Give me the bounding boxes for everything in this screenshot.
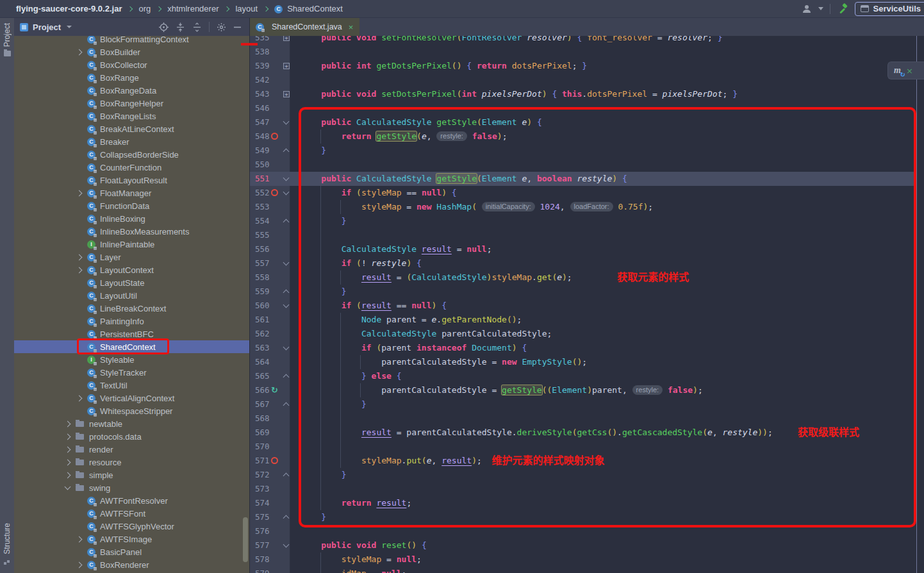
breakpoint-icon[interactable] [271, 457, 278, 464]
code-line-566[interactable]: 566↻ parentCalculatedStyle = getStyle((E… [250, 383, 924, 397]
user-profile-icon[interactable] [802, 4, 812, 14]
editor-content[interactable]: 535 public void setFontResolver(FontReso… [250, 36, 924, 573]
tree-chevron-right-icon[interactable] [65, 420, 71, 427]
maven-dismiss-icon[interactable]: × [906, 67, 913, 75]
project-panel-title[interactable]: Project [33, 22, 61, 32]
tool-window-button-project[interactable]: Project [0, 23, 14, 56]
tree-item-LayoutContext[interactable]: CLayoutContext [14, 263, 249, 276]
tree-item-BoxCollector[interactable]: CBoxCollector [14, 58, 249, 71]
tree-item-newtable[interactable]: newtable [14, 417, 249, 430]
tree-item-InlineBoxMeasurements[interactable]: CInlineBoxMeasurements [14, 225, 249, 238]
tree-item-PersistentBFC[interactable]: CPersistentBFC [14, 328, 249, 340]
code-line-565[interactable]: 565 } else { [250, 369, 924, 383]
tab-close-icon[interactable]: × [349, 23, 354, 31]
fold-marker-up-icon[interactable] [283, 374, 290, 381]
code-line-556[interactable]: 556 CalculatedStyle result = null; [250, 242, 924, 256]
tree-chevron-right-icon[interactable] [76, 254, 83, 260]
tree-item-StyleTracker[interactable]: CStyleTracker [14, 366, 249, 379]
code-line-568[interactable]: 568 [250, 411, 924, 426]
tree-item-swing[interactable]: swing [14, 481, 249, 494]
code-line-570[interactable]: 570 [250, 440, 924, 454]
tree-item-AWTFSImage[interactable]: CAWTFSImage [14, 533, 249, 545]
fold-marker-up-icon[interactable] [283, 515, 290, 522]
code-line-558[interactable]: 558 result = (CalculatedStyle)styleMap.g… [250, 270, 924, 285]
tree-item-Layer[interactable]: CLayer [14, 251, 249, 263]
tree-item-BoxRangeHelper[interactable]: CBoxRangeHelper [14, 97, 249, 110]
tree-item-FunctionData[interactable]: CFunctionData [14, 199, 249, 212]
tree-item-TextUtil[interactable]: CTextUtil [14, 379, 249, 392]
code-line-578[interactable]: 578 styleMap = null; [250, 552, 924, 567]
fold-marker-down-icon[interactable] [283, 260, 290, 266]
fold-marker-down-icon[interactable] [283, 302, 290, 308]
code-line-575[interactable]: 575 } [250, 510, 924, 524]
project-view-caret-icon[interactable] [67, 26, 72, 28]
recursive-call-icon[interactable]: ↻ [271, 385, 278, 396]
code-line-535[interactable]: 535 public void setFontResolver(FontReso… [250, 36, 924, 45]
tree-item-AWTFontResolver[interactable]: CAWTFontResolver [14, 494, 249, 507]
code-line-552[interactable]: 552 if (styleMap == null) { [250, 186, 924, 200]
collapse-all-icon[interactable] [192, 22, 202, 32]
tree-item-InlinePaintable[interactable]: IInlinePaintable [14, 238, 249, 251]
code-line-538[interactable]: 538 [250, 45, 924, 59]
fold-marker-down-icon[interactable] [283, 344, 290, 351]
tree-item-AWTFSFont[interactable]: CAWTFSFont [14, 507, 249, 520]
code-line-555[interactable]: 555 [250, 228, 924, 242]
tree-item-LineBreakContext[interactable]: CLineBreakContext [14, 302, 249, 315]
code-line-562[interactable]: 562 CalculatedStyle parentCalculatedStyl… [250, 327, 924, 341]
fold-marker-up-icon[interactable] [283, 149, 290, 155]
fold-marker-plus-icon[interactable] [283, 36, 290, 41]
tree-item-FloatManager[interactable]: CFloatManager [14, 187, 249, 199]
fold-marker-down-icon[interactable] [283, 119, 290, 125]
code-line-548[interactable]: 548 return getStyle(e, restyle: false); [250, 129, 924, 144]
expand-all-icon[interactable] [176, 22, 185, 32]
code-line-574[interactable]: 574 return result; [250, 496, 924, 510]
fold-marker-plus-icon[interactable] [283, 63, 290, 69]
tree-chevron-down-icon[interactable] [65, 484, 71, 490]
locate-file-icon[interactable] [159, 22, 169, 32]
code-line-554[interactable]: 554 } [250, 214, 924, 228]
fold-marker-down-icon[interactable] [283, 542, 290, 548]
tree-item-render[interactable]: render [14, 443, 249, 456]
fold-marker-plus-icon[interactable] [283, 91, 290, 97]
tree-item-BoxBuilder[interactable]: CBoxBuilder [14, 46, 249, 58]
fold-marker-down-icon[interactable] [283, 175, 290, 181]
profile-dropdown-caret-icon[interactable] [818, 7, 823, 10]
tree-item-FloatLayoutResult[interactable]: CFloatLayoutResult [14, 174, 249, 187]
settings-gear-icon[interactable] [217, 22, 226, 32]
run-configuration-select[interactable]: ServiceUtils [855, 2, 924, 16]
breadcrumb-item[interactable]: xhtmlrenderer [167, 4, 219, 13]
tree-item-WhitespaceStripper[interactable]: CWhitespaceStripper [14, 404, 249, 417]
tree-chevron-right-icon[interactable] [65, 446, 71, 453]
fold-marker-up-icon[interactable] [283, 473, 290, 479]
code-line-576[interactable]: 576 [250, 524, 924, 538]
code-line-561[interactable]: 561 Node parent = e.getParentNode(); [250, 313, 924, 327]
tree-chevron-right-icon[interactable] [76, 190, 83, 196]
tree-chevron-right-icon[interactable] [65, 472, 71, 478]
tree-item-InlineBoxing[interactable]: CInlineBoxing [14, 212, 249, 225]
build-hammer-icon[interactable] [837, 3, 848, 15]
tree-chevron-right-icon[interactable] [65, 459, 71, 465]
tree-item-SharedContext[interactable]: CSharedContext [14, 340, 249, 353]
tree-chevron-right-icon[interactable] [65, 433, 71, 440]
tree-item-VerticalAlignContext[interactable]: CVerticalAlignContext [14, 392, 249, 404]
tree-item-resource[interactable]: resource [14, 456, 249, 469]
tool-window-button-structure[interactable]: Structure [0, 523, 14, 565]
tree-item-CollapsedBorderSide[interactable]: CCollapsedBorderSide [14, 148, 249, 161]
tree-item-simple[interactable]: simple [14, 469, 249, 481]
code-line-560[interactable]: 560 if (result == null) { [250, 299, 924, 313]
code-line-567[interactable]: 567 } [250, 397, 924, 411]
code-line-542[interactable]: 542 [250, 73, 924, 87]
code-line-549[interactable]: 549 } [250, 144, 924, 158]
breadcrumb-item[interactable]: SharedContext [287, 4, 343, 13]
code-line-569[interactable]: 569 result = parentCalculatedStyle.deriv… [250, 426, 924, 440]
tree-chevron-right-icon[interactable] [76, 561, 83, 568]
maven-reload-widget[interactable]: m↻ × [887, 62, 924, 79]
tree-chevron-right-icon[interactable] [76, 49, 83, 55]
code-line-577[interactable]: 577 public void reset() { [250, 538, 924, 552]
tree-item-Breaker[interactable]: CBreaker [14, 135, 249, 148]
fold-marker-up-icon[interactable] [283, 290, 290, 296]
code-line-579[interactable]: 579 idMap = null; [250, 567, 924, 573]
tree-item-protocols.data[interactable]: protocols.data [14, 430, 249, 443]
code-line-571[interactable]: 571 styleMap.put(e, result); 维护元素的样式映射对象 [250, 454, 924, 468]
tree-item-BlockFormattingContext[interactable]: CBlockFormattingContext [14, 36, 249, 46]
